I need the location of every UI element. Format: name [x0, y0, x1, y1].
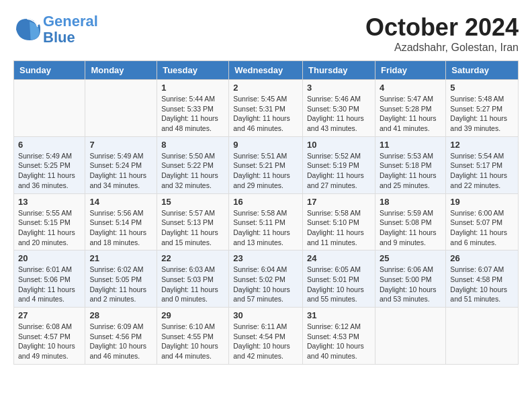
- day-info: Sunrise: 5:47 AM Sunset: 5:28 PM Dayligh…: [380, 94, 441, 134]
- day-number: 11: [380, 140, 441, 150]
- day-info: Sunrise: 6:00 AM Sunset: 5:07 PM Dayligh…: [450, 208, 514, 248]
- logo-text: General Blue: [43, 13, 98, 46]
- day-number: 15: [161, 197, 224, 207]
- calendar-cell: 30Sunrise: 6:11 AM Sunset: 4:54 PM Dayli…: [229, 308, 303, 365]
- day-info: Sunrise: 5:48 AM Sunset: 5:27 PM Dayligh…: [450, 94, 514, 134]
- day-info: Sunrise: 6:11 AM Sunset: 4:54 PM Dayligh…: [233, 322, 298, 361]
- calendar-cell: 6Sunrise: 5:49 AM Sunset: 5:25 PM Daylig…: [14, 136, 85, 193]
- day-number: 1: [161, 83, 224, 93]
- day-number: 14: [89, 197, 152, 207]
- calendar-cell: 7Sunrise: 5:49 AM Sunset: 5:24 PM Daylig…: [85, 136, 157, 193]
- location: Azadshahr, Golestan, Iran: [365, 42, 519, 54]
- day-info: Sunrise: 5:55 AM Sunset: 5:15 PM Dayligh…: [18, 208, 81, 248]
- calendar-week-row: 1Sunrise: 5:44 AM Sunset: 5:33 PM Daylig…: [14, 80, 519, 137]
- day-number: 25: [380, 253, 441, 263]
- day-number: 24: [307, 253, 371, 263]
- day-number: 7: [89, 140, 152, 150]
- page-header: General Blue October 2024 Azadshahr, Gol…: [13, 13, 519, 54]
- weekday-header: Thursday: [303, 61, 375, 80]
- day-info: Sunrise: 5:45 AM Sunset: 5:31 PM Dayligh…: [233, 94, 298, 134]
- day-number: 4: [380, 83, 441, 93]
- calendar-cell: 21Sunrise: 6:02 AM Sunset: 5:05 PM Dayli…: [85, 250, 157, 308]
- calendar-cell: 20Sunrise: 6:01 AM Sunset: 5:06 PM Dayli…: [14, 250, 85, 308]
- day-info: Sunrise: 5:53 AM Sunset: 5:18 PM Dayligh…: [380, 151, 441, 191]
- calendar-cell: 9Sunrise: 5:51 AM Sunset: 5:21 PM Daylig…: [229, 136, 303, 193]
- day-number: 12: [450, 140, 514, 150]
- calendar-cell: 2Sunrise: 5:45 AM Sunset: 5:31 PM Daylig…: [229, 80, 303, 137]
- day-number: 19: [450, 197, 514, 207]
- day-info: Sunrise: 5:46 AM Sunset: 5:30 PM Dayligh…: [307, 94, 371, 134]
- day-number: 13: [18, 197, 81, 207]
- day-number: 17: [307, 197, 371, 207]
- day-info: Sunrise: 5:58 AM Sunset: 5:10 PM Dayligh…: [307, 208, 371, 248]
- day-info: Sunrise: 5:56 AM Sunset: 5:14 PM Dayligh…: [89, 208, 152, 248]
- calendar-week-row: 27Sunrise: 6:08 AM Sunset: 4:57 PM Dayli…: [14, 308, 519, 365]
- calendar-cell: 28Sunrise: 6:09 AM Sunset: 4:56 PM Dayli…: [85, 308, 157, 365]
- calendar-cell: 24Sunrise: 6:05 AM Sunset: 5:01 PM Dayli…: [303, 250, 375, 308]
- calendar-week-row: 20Sunrise: 6:01 AM Sunset: 5:06 PM Dayli…: [14, 250, 519, 308]
- day-info: Sunrise: 6:09 AM Sunset: 4:56 PM Dayligh…: [89, 322, 152, 361]
- calendar-cell: 16Sunrise: 5:58 AM Sunset: 5:11 PM Dayli…: [229, 193, 303, 250]
- day-number: 22: [161, 253, 224, 263]
- day-number: 9: [233, 140, 298, 150]
- logo-line2: Blue: [43, 29, 75, 46]
- day-info: Sunrise: 5:59 AM Sunset: 5:08 PM Dayligh…: [380, 208, 441, 248]
- day-number: 21: [89, 253, 152, 263]
- day-number: 30: [233, 310, 298, 320]
- calendar-cell: 14Sunrise: 5:56 AM Sunset: 5:14 PM Dayli…: [85, 193, 157, 250]
- calendar-cell: 1Sunrise: 5:44 AM Sunset: 5:33 PM Daylig…: [157, 80, 229, 137]
- day-info: Sunrise: 5:52 AM Sunset: 5:19 PM Dayligh…: [307, 151, 371, 191]
- calendar-week-row: 6Sunrise: 5:49 AM Sunset: 5:25 PM Daylig…: [14, 136, 519, 193]
- calendar-cell: [14, 80, 85, 137]
- calendar-cell: 23Sunrise: 6:04 AM Sunset: 5:02 PM Dayli…: [229, 250, 303, 308]
- day-info: Sunrise: 6:02 AM Sunset: 5:05 PM Dayligh…: [89, 265, 152, 304]
- calendar-week-row: 13Sunrise: 5:55 AM Sunset: 5:15 PM Dayli…: [14, 193, 519, 250]
- day-number: 31: [307, 310, 371, 320]
- calendar-cell: 26Sunrise: 6:07 AM Sunset: 4:58 PM Dayli…: [446, 250, 519, 308]
- day-number: 2: [233, 83, 298, 93]
- calendar-cell: 11Sunrise: 5:53 AM Sunset: 5:18 PM Dayli…: [375, 136, 445, 193]
- calendar-cell: 25Sunrise: 6:06 AM Sunset: 5:00 PM Dayli…: [375, 250, 445, 308]
- day-number: 29: [161, 310, 224, 320]
- calendar-cell: 15Sunrise: 5:57 AM Sunset: 5:13 PM Dayli…: [157, 193, 229, 250]
- weekday-header: Friday: [375, 61, 445, 80]
- logo-icon: [13, 16, 40, 43]
- day-number: 23: [233, 253, 298, 263]
- day-info: Sunrise: 5:50 AM Sunset: 5:22 PM Dayligh…: [161, 151, 224, 191]
- calendar-cell: 18Sunrise: 5:59 AM Sunset: 5:08 PM Dayli…: [375, 193, 445, 250]
- day-info: Sunrise: 6:04 AM Sunset: 5:02 PM Dayligh…: [233, 265, 298, 304]
- calendar-cell: 17Sunrise: 5:58 AM Sunset: 5:10 PM Dayli…: [303, 193, 375, 250]
- day-info: Sunrise: 6:10 AM Sunset: 4:55 PM Dayligh…: [161, 322, 224, 361]
- weekday-header: Wednesday: [229, 61, 303, 80]
- day-info: Sunrise: 6:01 AM Sunset: 5:06 PM Dayligh…: [18, 265, 81, 304]
- calendar-cell: 4Sunrise: 5:47 AM Sunset: 5:28 PM Daylig…: [375, 80, 445, 137]
- day-info: Sunrise: 5:49 AM Sunset: 5:24 PM Dayligh…: [89, 151, 152, 191]
- day-number: 6: [18, 140, 81, 150]
- day-info: Sunrise: 6:12 AM Sunset: 4:53 PM Dayligh…: [307, 322, 371, 361]
- day-number: 18: [380, 197, 441, 207]
- day-number: 5: [450, 83, 514, 93]
- weekday-header: Tuesday: [157, 61, 229, 80]
- month-title: October 2024: [365, 13, 519, 42]
- day-number: 16: [233, 197, 298, 207]
- logo-line1: General: [43, 13, 98, 30]
- day-info: Sunrise: 5:58 AM Sunset: 5:11 PM Dayligh…: [233, 208, 298, 248]
- day-info: Sunrise: 5:44 AM Sunset: 5:33 PM Dayligh…: [161, 94, 224, 134]
- weekday-header-row: SundayMondayTuesdayWednesdayThursdayFrid…: [14, 61, 519, 80]
- logo: General Blue: [13, 13, 98, 46]
- calendar-cell: 5Sunrise: 5:48 AM Sunset: 5:27 PM Daylig…: [446, 80, 519, 137]
- day-number: 26: [450, 253, 514, 263]
- day-number: 8: [161, 140, 224, 150]
- calendar-cell: [85, 80, 157, 137]
- weekday-header: Saturday: [446, 61, 519, 80]
- day-info: Sunrise: 6:06 AM Sunset: 5:00 PM Dayligh…: [380, 265, 441, 304]
- weekday-header: Sunday: [14, 61, 85, 80]
- calendar-cell: 19Sunrise: 6:00 AM Sunset: 5:07 PM Dayli…: [446, 193, 519, 250]
- calendar-table: SundayMondayTuesdayWednesdayThursdayFrid…: [13, 60, 519, 365]
- calendar-cell: 13Sunrise: 5:55 AM Sunset: 5:15 PM Dayli…: [14, 193, 85, 250]
- day-number: 3: [307, 83, 371, 93]
- title-block: October 2024 Azadshahr, Golestan, Iran: [365, 13, 519, 54]
- day-info: Sunrise: 5:49 AM Sunset: 5:25 PM Dayligh…: [18, 151, 81, 191]
- weekday-header: Monday: [85, 61, 157, 80]
- calendar-cell: [375, 308, 445, 365]
